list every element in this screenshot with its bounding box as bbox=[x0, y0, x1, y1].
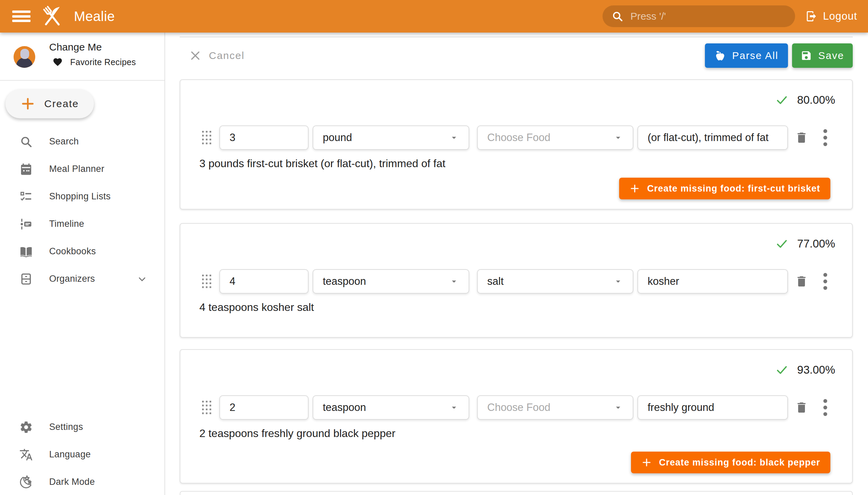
app-header: Mealie Logout bbox=[0, 0, 868, 33]
note-input[interactable] bbox=[637, 269, 788, 294]
translate-icon bbox=[19, 448, 33, 461]
food-value: salt bbox=[487, 275, 504, 288]
logout-button[interactable]: Logout bbox=[805, 10, 857, 22]
check-icon bbox=[776, 237, 788, 250]
sidebar-item-dark-mode[interactable]: Dark Mode bbox=[0, 468, 165, 495]
caret-down-icon bbox=[449, 276, 459, 287]
app-title: Mealie bbox=[74, 9, 115, 24]
plus-icon bbox=[20, 96, 35, 111]
moon-icon bbox=[19, 475, 33, 489]
ingredient-row: teaspoon salt bbox=[181, 269, 852, 294]
unit-select[interactable]: teaspoon bbox=[312, 269, 469, 294]
confidence-percent: 93.00% bbox=[797, 363, 835, 376]
parse-all-label: Parse All bbox=[732, 50, 778, 62]
close-icon bbox=[189, 50, 201, 62]
create-missing-food-label: Create missing food: black pepper bbox=[659, 457, 820, 468]
sidebar-item-language[interactable]: Language bbox=[0, 441, 165, 468]
unit-value: teaspoon bbox=[323, 275, 366, 288]
ingredient-row: pound Choose Food bbox=[181, 125, 852, 150]
sidebar-item-label: Timeline bbox=[49, 219, 84, 229]
delete-icon[interactable] bbox=[795, 401, 808, 414]
drag-handle-icon[interactable] bbox=[202, 401, 211, 414]
search-input[interactable] bbox=[630, 11, 786, 22]
quantity-input[interactable] bbox=[219, 395, 309, 420]
sidebar-item-cookbooks[interactable]: Cookbooks bbox=[0, 238, 165, 265]
sidebar-item-label: Meal Planner bbox=[49, 164, 104, 174]
favorite-recipes-link[interactable]: Favorite Recipes bbox=[53, 57, 136, 67]
note-input[interactable] bbox=[637, 395, 788, 420]
sidebar-item-label: Dark Mode bbox=[49, 477, 95, 487]
food-value: Choose Food bbox=[487, 402, 550, 414]
unit-select[interactable]: pound bbox=[312, 125, 469, 150]
food-select[interactable]: Choose Food bbox=[477, 125, 633, 150]
checklist-icon bbox=[19, 190, 33, 203]
sidebar-item-search[interactable]: Search bbox=[0, 128, 165, 155]
ingredient-card: 80.00% pound Choose Food bbox=[180, 79, 853, 209]
user-name: Change Me bbox=[49, 41, 102, 53]
file-cabinet-icon bbox=[19, 272, 33, 286]
main-content: Cancel Parse All Save 80.00% bbox=[165, 33, 868, 495]
sidebar-item-organizers[interactable]: Organizers bbox=[0, 265, 165, 293]
confidence-indicator: 93.00% bbox=[181, 350, 852, 376]
caret-down-icon bbox=[449, 133, 459, 143]
sidebar-item-settings[interactable]: Settings bbox=[0, 413, 165, 441]
sidebar-item-label: Language bbox=[49, 449, 91, 460]
more-menu-icon[interactable] bbox=[822, 129, 828, 147]
menu-icon[interactable] bbox=[12, 11, 31, 22]
ingredient-card: 93.00% teaspoon Choose Food bbox=[180, 349, 853, 483]
quantity-input[interactable] bbox=[219, 269, 309, 294]
create-missing-food-button[interactable]: Create missing food: first-cut brisket bbox=[619, 178, 830, 199]
sidebar-footer: Settings Language Dark Mode bbox=[0, 413, 165, 495]
create-button[interactable]: Create bbox=[5, 89, 94, 118]
check-icon bbox=[776, 93, 788, 106]
sidebar-menu: Search Meal Planner Shopping Lists bbox=[0, 128, 165, 293]
quantity-input[interactable] bbox=[219, 125, 309, 150]
create-label: Create bbox=[44, 98, 79, 109]
food-value: Choose Food bbox=[487, 132, 550, 144]
more-menu-icon[interactable] bbox=[822, 399, 828, 416]
global-search[interactable] bbox=[602, 5, 795, 27]
confidence-indicator: 80.00% bbox=[181, 80, 852, 106]
ingredient-list: 80.00% pound Choose Food bbox=[165, 79, 868, 483]
sidebar-item-shopping-lists[interactable]: Shopping Lists bbox=[0, 183, 165, 210]
ingredient-row: teaspoon Choose Food bbox=[181, 395, 852, 420]
original-ingredient-text: 2 teaspoons freshly ground black pepper bbox=[199, 427, 852, 440]
drag-handle-icon[interactable] bbox=[202, 275, 211, 288]
calendar-icon bbox=[19, 163, 33, 176]
sidebar-item-label: Organizers bbox=[49, 274, 95, 284]
note-input[interactable] bbox=[637, 125, 788, 150]
delete-icon[interactable] bbox=[795, 131, 808, 144]
create-missing-food-button[interactable]: Create missing food: black pepper bbox=[631, 451, 830, 473]
food-select[interactable]: Choose Food bbox=[477, 395, 633, 420]
more-menu-icon[interactable] bbox=[822, 273, 828, 290]
sidebar-item-label: Search bbox=[49, 136, 79, 147]
food-select[interactable]: salt bbox=[477, 269, 633, 294]
sidebar-item-timeline[interactable]: Timeline bbox=[0, 210, 165, 238]
ingredient-card-partial bbox=[180, 491, 853, 495]
save-button[interactable]: Save bbox=[792, 44, 853, 68]
original-ingredient-text: 3 pounds first-cut brisket (or flat-cut)… bbox=[199, 157, 852, 170]
avatar[interactable] bbox=[14, 46, 35, 68]
unit-value: pound bbox=[323, 132, 352, 144]
plus-icon bbox=[629, 183, 640, 194]
drag-handle-icon[interactable] bbox=[202, 131, 211, 144]
divider bbox=[0, 80, 165, 81]
ingredient-card: 77.00% teaspoon salt bbox=[180, 223, 853, 338]
favorite-recipes-label: Favorite Recipes bbox=[70, 57, 136, 67]
gear-icon bbox=[19, 421, 33, 434]
delete-icon[interactable] bbox=[795, 275, 808, 288]
parse-all-button[interactable]: Parse All bbox=[705, 44, 788, 68]
caret-down-icon bbox=[613, 403, 623, 413]
cancel-button[interactable]: Cancel bbox=[189, 50, 244, 62]
caret-down-icon bbox=[449, 403, 459, 413]
sidebar-item-meal-planner[interactable]: Meal Planner bbox=[0, 155, 165, 183]
unit-select[interactable]: teaspoon bbox=[312, 395, 469, 420]
plus-icon bbox=[641, 457, 652, 468]
timeline-icon bbox=[19, 217, 33, 231]
unit-value: teaspoon bbox=[323, 402, 366, 414]
confidence-percent: 80.00% bbox=[797, 93, 835, 106]
parser-toolbar: Cancel Parse All Save bbox=[180, 44, 853, 68]
confidence-indicator: 77.00% bbox=[181, 224, 852, 250]
fork-knife-logo-icon bbox=[40, 4, 64, 29]
save-label: Save bbox=[818, 50, 844, 62]
